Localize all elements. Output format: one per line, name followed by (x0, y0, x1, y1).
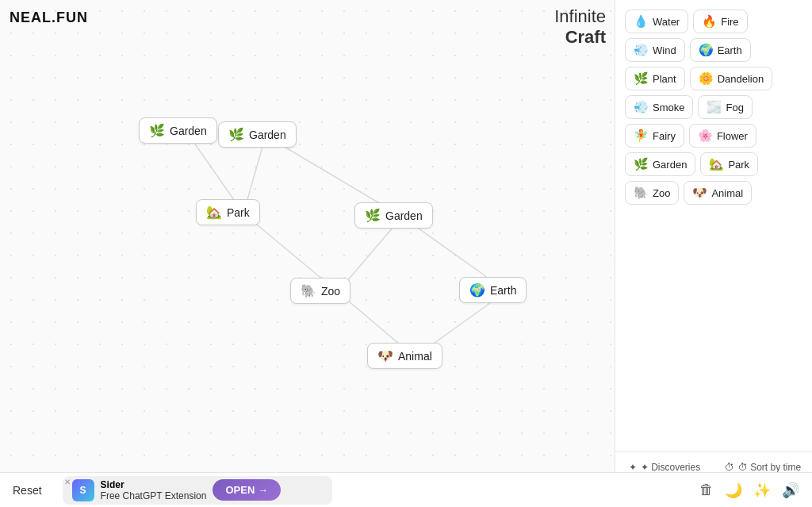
node-park1[interactable]: 🏡Park (196, 199, 260, 225)
bottom-toolbar: Reset ✕ S Sider Free ChatGPT Extension O… (0, 472, 812, 507)
node-connections (0, 0, 615, 507)
ad-text-block: Sider Free ChatGPT Extension (101, 479, 207, 501)
node-label: Garden (385, 209, 423, 222)
ad-name: Sider (101, 479, 207, 490)
node-emoji: 🌿 (228, 127, 244, 142)
node-garden2[interactable]: 🌿Garden (218, 121, 297, 148)
sidebar-element-zoo[interactable]: 🐘Zoo (625, 181, 679, 205)
site-logo: NEAL.FUN (10, 10, 88, 26)
canvas-action-icons: 🗑 🌙 ✨ 🔊 (687, 482, 812, 499)
sidebar-element-animal[interactable]: 🐶Animal (684, 181, 752, 205)
element-label: Park (728, 159, 749, 171)
element-emoji: 🌿 (634, 157, 649, 171)
sidebar-element-plant[interactable]: 🌿Plant (625, 67, 685, 90)
node-emoji: 🌿 (365, 208, 381, 223)
node-emoji: 🌿 (149, 123, 165, 138)
element-emoji: 🌿 (634, 71, 649, 86)
ad-open-button[interactable]: OPEN → (213, 479, 280, 501)
sidebar-element-wind[interactable]: 💨Wind (625, 38, 685, 62)
elements-sidebar: 💧Water🔥Fire💨Wind🌍Earth🌿Plant🌼Dandelion💨S… (615, 0, 812, 507)
moon-icon[interactable]: 🌙 (725, 482, 742, 499)
sidebar-element-dandelion[interactable]: 🌼Dandelion (690, 67, 773, 90)
ad-tagline: Free ChatGPT Extension (101, 490, 207, 501)
node-emoji: 🏡 (206, 205, 222, 220)
sidebar-element-smoke[interactable]: 💨Smoke (625, 95, 693, 119)
node-zoo1[interactable]: 🐘Zoo (290, 278, 350, 304)
element-emoji: 🧚 (634, 129, 649, 143)
element-emoji: 🏡 (709, 157, 724, 171)
sidebar-element-park[interactable]: 🏡Park (700, 152, 758, 176)
element-label: Dandelion (718, 73, 764, 85)
ad-banner: ✕ S Sider Free ChatGPT Extension OPEN → (63, 476, 332, 505)
node-label: Earth (490, 284, 516, 297)
element-emoji: 🐘 (634, 186, 649, 200)
sidebar-element-flower[interactable]: 🌸Flower (689, 124, 756, 148)
element-label: Fog (726, 102, 743, 113)
node-garden1[interactable]: 🌿Garden (139, 117, 217, 144)
element-emoji: 🌼 (699, 71, 714, 86)
element-label: Water (653, 16, 680, 28)
node-garden3[interactable]: 🌿Garden (354, 202, 433, 229)
element-label: Plant (653, 73, 676, 85)
node-emoji: 🐶 (377, 348, 393, 363)
element-label: Fire (721, 16, 738, 28)
sidebar-element-earth[interactable]: 🌍Earth (690, 38, 751, 62)
ad-logo: S (72, 479, 94, 501)
sort-icon: ⏱ (725, 462, 734, 473)
sidebar-element-garden[interactable]: 🌿Garden (625, 152, 695, 176)
element-label: Flower (717, 130, 748, 142)
node-animal1[interactable]: 🐶Animal (367, 343, 442, 369)
sidebar-element-fire[interactable]: 🔥Fire (693, 10, 747, 33)
node-emoji: 🐘 (301, 283, 316, 298)
element-emoji: 🔥 (702, 14, 717, 29)
element-emoji: 🐶 (692, 186, 707, 200)
sidebar-element-water[interactable]: 💧Water (625, 10, 688, 33)
volume-icon[interactable]: 🔊 (782, 482, 799, 499)
element-label: Wind (653, 44, 676, 56)
delete-icon[interactable]: 🗑 (699, 482, 714, 498)
sidebar-elements-list: 💧Water🔥Fire💨Wind🌍Earth🌿Plant🌼Dandelion💨S… (615, 0, 812, 451)
element-label: Garden (653, 159, 687, 171)
node-emoji: 🌍 (469, 282, 485, 298)
node-label: Animal (398, 350, 432, 363)
game-title: InfiniteCraft (554, 6, 606, 48)
element-label: Smoke (653, 102, 684, 113)
node-label: Garden (249, 129, 286, 141)
element-label: Earth (718, 44, 742, 56)
element-label: Animal (711, 187, 743, 199)
element-label: Fairy (653, 130, 676, 142)
ad-close-icon[interactable]: ✕ (64, 478, 71, 486)
element-emoji: 💨 (634, 100, 649, 114)
element-emoji: 🌍 (699, 43, 714, 57)
share-icon[interactable]: ✨ (753, 482, 771, 499)
discoveries-label: ✦ Discoveries (641, 462, 700, 473)
sidebar-element-fairy[interactable]: 🧚Fairy (625, 124, 684, 148)
node-label: Zoo (321, 285, 340, 298)
element-emoji: 💧 (634, 14, 649, 29)
element-emoji: 🌸 (698, 129, 713, 143)
node-label: Park (227, 206, 250, 219)
discoveries-icon: ✦ (629, 462, 637, 473)
element-emoji: 🌫️ (707, 100, 722, 114)
craft-canvas[interactable]: 🌿Garden🌿Garden🏡Park🌿Garden🐘Zoo🌍Earth🐶Ani… (0, 0, 615, 507)
node-earth1[interactable]: 🌍Earth (459, 277, 527, 303)
sort-label: ⏱ Sort by time (738, 462, 801, 473)
element-emoji: 💨 (634, 43, 649, 57)
element-label: Zoo (653, 187, 670, 199)
reset-button[interactable]: Reset (0, 473, 55, 508)
sidebar-element-fog[interactable]: 🌫️Fog (698, 95, 752, 119)
node-label: Garden (170, 125, 207, 137)
